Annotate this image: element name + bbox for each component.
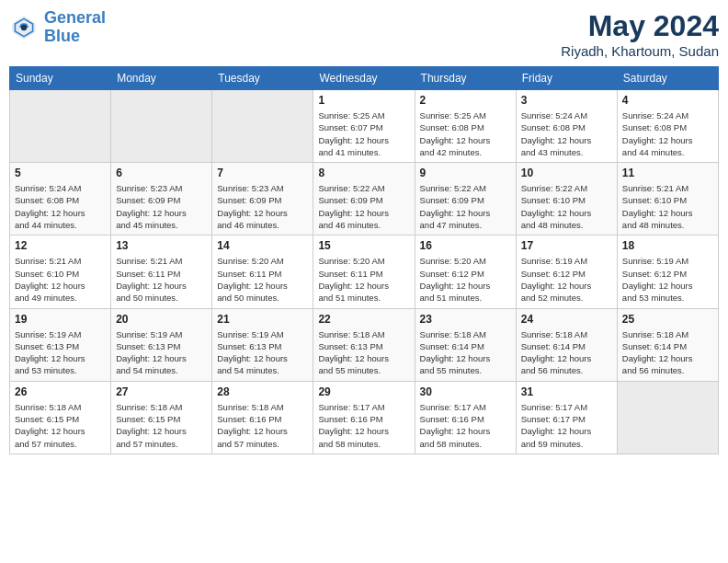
day-info: Sunrise: 5:19 AM Sunset: 6:13 PM Dayligh… <box>116 328 207 377</box>
day-info: Sunrise: 5:21 AM Sunset: 6:11 PM Dayligh… <box>116 255 207 304</box>
calendar-week-row: 19Sunrise: 5:19 AM Sunset: 6:13 PM Dayli… <box>10 308 719 381</box>
calendar-cell: 25Sunrise: 5:18 AM Sunset: 6:14 PM Dayli… <box>617 308 718 381</box>
day-info: Sunrise: 5:21 AM Sunset: 6:10 PM Dayligh… <box>622 182 713 231</box>
calendar-cell: 15Sunrise: 5:20 AM Sunset: 6:11 PM Dayli… <box>313 236 415 308</box>
svg-point-1 <box>21 25 27 30</box>
day-info: Sunrise: 5:18 AM Sunset: 6:15 PM Dayligh… <box>116 401 207 450</box>
calendar-cell: 20Sunrise: 5:19 AM Sunset: 6:13 PM Dayli… <box>111 308 212 381</box>
calendar-cell <box>10 90 111 163</box>
calendar-cell <box>212 90 313 163</box>
calendar-cell <box>617 381 718 454</box>
page-header: General Blue May 2024 Riyadh, Khartoum, … <box>9 9 719 59</box>
title-block: May 2024 Riyadh, Khartoum, Sudan <box>561 9 719 59</box>
day-number: 19 <box>15 313 106 326</box>
day-number: 22 <box>318 313 409 326</box>
calendar-cell: 11Sunrise: 5:21 AM Sunset: 6:10 PM Dayli… <box>617 163 718 236</box>
calendar-cell: 3Sunrise: 5:24 AM Sunset: 6:08 PM Daylig… <box>516 90 617 163</box>
calendar-cell: 26Sunrise: 5:18 AM Sunset: 6:15 PM Dayli… <box>10 381 111 454</box>
weekday-header: Monday <box>111 67 212 90</box>
day-number: 12 <box>15 239 106 252</box>
calendar-cell: 28Sunrise: 5:18 AM Sunset: 6:16 PM Dayli… <box>212 381 313 454</box>
day-number: 7 <box>217 167 308 179</box>
location-title: Riyadh, Khartoum, Sudan <box>561 43 719 59</box>
day-info: Sunrise: 5:19 AM Sunset: 6:13 PM Dayligh… <box>217 328 308 377</box>
day-info: Sunrise: 5:20 AM Sunset: 6:12 PM Dayligh… <box>420 255 511 304</box>
logo: General Blue <box>9 9 106 46</box>
day-info: Sunrise: 5:18 AM Sunset: 6:16 PM Dayligh… <box>217 401 308 450</box>
calendar-cell: 22Sunrise: 5:18 AM Sunset: 6:13 PM Dayli… <box>313 308 415 381</box>
day-info: Sunrise: 5:21 AM Sunset: 6:10 PM Dayligh… <box>15 255 106 304</box>
day-info: Sunrise: 5:22 AM Sunset: 6:10 PM Dayligh… <box>521 182 612 231</box>
day-info: Sunrise: 5:19 AM Sunset: 6:12 PM Dayligh… <box>622 255 713 304</box>
day-info: Sunrise: 5:20 AM Sunset: 6:11 PM Dayligh… <box>318 255 409 304</box>
day-number: 29 <box>318 385 409 398</box>
day-number: 1 <box>318 94 409 107</box>
day-info: Sunrise: 5:25 AM Sunset: 6:07 PM Dayligh… <box>318 109 409 158</box>
logo-icon <box>9 13 39 42</box>
day-number: 5 <box>15 167 106 179</box>
day-number: 31 <box>521 385 612 398</box>
weekday-header: Thursday <box>415 67 516 90</box>
calendar-cell: 29Sunrise: 5:17 AM Sunset: 6:16 PM Dayli… <box>313 381 415 454</box>
day-number: 27 <box>116 385 207 398</box>
calendar-cell: 13Sunrise: 5:21 AM Sunset: 6:11 PM Dayli… <box>111 236 212 308</box>
day-number: 28 <box>217 385 308 398</box>
calendar-cell: 6Sunrise: 5:23 AM Sunset: 6:09 PM Daylig… <box>111 163 212 236</box>
calendar-week-row: 1Sunrise: 5:25 AM Sunset: 6:07 PM Daylig… <box>10 90 719 163</box>
calendar-cell: 7Sunrise: 5:23 AM Sunset: 6:09 PM Daylig… <box>212 163 313 236</box>
day-number: 30 <box>420 385 511 398</box>
day-number: 13 <box>116 239 207 252</box>
calendar-cell: 16Sunrise: 5:20 AM Sunset: 6:12 PM Dayli… <box>415 236 516 308</box>
day-number: 14 <box>217 239 308 252</box>
calendar-cell: 23Sunrise: 5:18 AM Sunset: 6:14 PM Dayli… <box>415 308 516 381</box>
weekday-header: Wednesday <box>313 67 415 90</box>
day-info: Sunrise: 5:20 AM Sunset: 6:11 PM Dayligh… <box>217 255 308 304</box>
day-info: Sunrise: 5:23 AM Sunset: 6:09 PM Dayligh… <box>217 182 308 231</box>
calendar-cell: 18Sunrise: 5:19 AM Sunset: 6:12 PM Dayli… <box>617 236 718 308</box>
calendar-cell: 24Sunrise: 5:18 AM Sunset: 6:14 PM Dayli… <box>516 308 617 381</box>
day-info: Sunrise: 5:24 AM Sunset: 6:08 PM Dayligh… <box>622 109 713 158</box>
weekday-header: Tuesday <box>212 67 313 90</box>
day-number: 3 <box>521 94 612 107</box>
day-number: 16 <box>420 239 511 252</box>
calendar-week-row: 12Sunrise: 5:21 AM Sunset: 6:10 PM Dayli… <box>10 236 719 308</box>
calendar-cell: 21Sunrise: 5:19 AM Sunset: 6:13 PM Dayli… <box>212 308 313 381</box>
day-number: 8 <box>318 167 409 179</box>
day-number: 11 <box>622 167 713 179</box>
calendar-cell: 1Sunrise: 5:25 AM Sunset: 6:07 PM Daylig… <box>313 90 415 163</box>
calendar-cell: 4Sunrise: 5:24 AM Sunset: 6:08 PM Daylig… <box>617 90 718 163</box>
calendar-cell: 27Sunrise: 5:18 AM Sunset: 6:15 PM Dayli… <box>111 381 212 454</box>
day-info: Sunrise: 5:22 AM Sunset: 6:09 PM Dayligh… <box>318 182 409 231</box>
logo-text: General Blue <box>44 9 106 46</box>
day-info: Sunrise: 5:22 AM Sunset: 6:09 PM Dayligh… <box>420 182 511 231</box>
day-info: Sunrise: 5:18 AM Sunset: 6:13 PM Dayligh… <box>318 328 409 377</box>
calendar-week-row: 26Sunrise: 5:18 AM Sunset: 6:15 PM Dayli… <box>10 381 719 454</box>
calendar-cell: 30Sunrise: 5:17 AM Sunset: 6:16 PM Dayli… <box>415 381 516 454</box>
calendar-cell: 10Sunrise: 5:22 AM Sunset: 6:10 PM Dayli… <box>516 163 617 236</box>
day-number: 4 <box>622 94 713 107</box>
day-number: 15 <box>318 239 409 252</box>
logo-line2: Blue <box>44 27 80 45</box>
calendar-cell: 19Sunrise: 5:19 AM Sunset: 6:13 PM Dayli… <box>10 308 111 381</box>
calendar-cell: 17Sunrise: 5:19 AM Sunset: 6:12 PM Dayli… <box>516 236 617 308</box>
day-number: 9 <box>420 167 511 179</box>
day-info: Sunrise: 5:24 AM Sunset: 6:08 PM Dayligh… <box>521 109 612 158</box>
calendar-cell: 9Sunrise: 5:22 AM Sunset: 6:09 PM Daylig… <box>415 163 516 236</box>
weekday-header: Sunday <box>10 67 111 90</box>
calendar-cell: 14Sunrise: 5:20 AM Sunset: 6:11 PM Dayli… <box>212 236 313 308</box>
day-info: Sunrise: 5:18 AM Sunset: 6:15 PM Dayligh… <box>15 401 106 450</box>
day-number: 10 <box>521 167 612 179</box>
day-number: 24 <box>521 313 612 326</box>
day-info: Sunrise: 5:23 AM Sunset: 6:09 PM Dayligh… <box>116 182 207 231</box>
month-title: May 2024 <box>561 9 719 43</box>
day-info: Sunrise: 5:17 AM Sunset: 6:17 PM Dayligh… <box>521 401 612 450</box>
day-number: 2 <box>420 94 511 107</box>
calendar-header-row: SundayMondayTuesdayWednesdayThursdayFrid… <box>10 67 719 90</box>
day-info: Sunrise: 5:18 AM Sunset: 6:14 PM Dayligh… <box>622 328 713 377</box>
day-info: Sunrise: 5:24 AM Sunset: 6:08 PM Dayligh… <box>15 182 106 231</box>
logo-line1: General <box>44 8 106 27</box>
day-number: 25 <box>622 313 713 326</box>
day-info: Sunrise: 5:19 AM Sunset: 6:13 PM Dayligh… <box>15 328 106 377</box>
day-number: 6 <box>116 167 207 179</box>
calendar-cell: 5Sunrise: 5:24 AM Sunset: 6:08 PM Daylig… <box>10 163 111 236</box>
